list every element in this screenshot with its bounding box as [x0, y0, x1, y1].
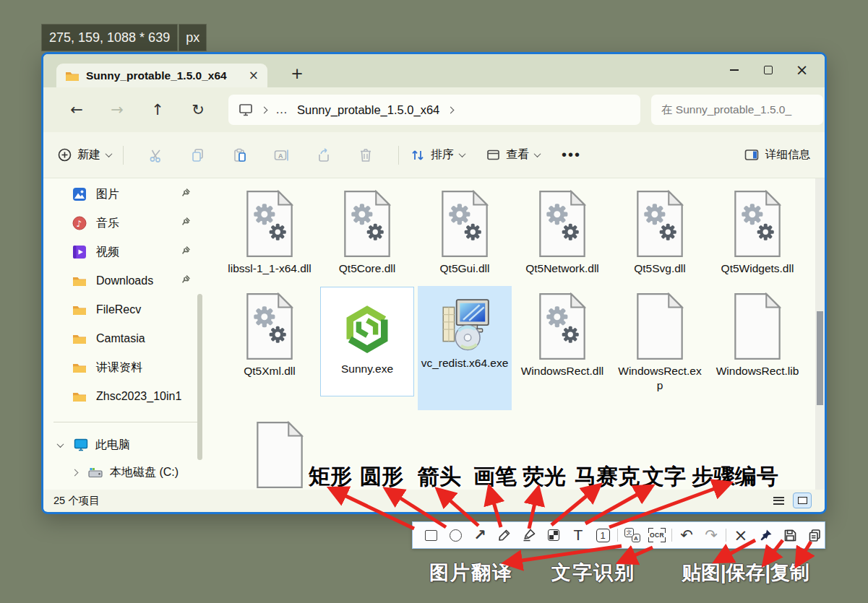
scrollbar-thumb[interactable]	[817, 311, 823, 405]
share-button[interactable]	[303, 148, 345, 162]
pin-image-button[interactable]	[753, 523, 778, 547]
rename-button[interactable]: A	[261, 149, 303, 162]
cut-button[interactable]	[135, 148, 177, 162]
delete-button[interactable]	[345, 148, 387, 162]
cancel-capture-button[interactable]: ×	[729, 523, 753, 547]
close-button[interactable]: ×	[785, 57, 819, 83]
item-count: 25 个项目	[53, 494, 100, 508]
file-tile[interactable]: Qt5Core.dll	[320, 183, 414, 276]
titlebar[interactable]: Sunny_protable_1.5.0_x64 × + ×	[43, 54, 825, 87]
address-bar[interactable]: … Sunny_protable_1.5.0_x64	[228, 95, 640, 125]
mosaic-tool-button[interactable]	[541, 523, 566, 547]
file-tile[interactable]: Qt5Xml.dll	[223, 285, 317, 378]
file-name: Qt5Gui.dll	[440, 261, 490, 276]
breadcrumb-ellipsis[interactable]: …	[275, 103, 288, 117]
redo-button[interactable]: ↷	[699, 523, 723, 547]
paste-button[interactable]	[219, 148, 261, 162]
refresh-button[interactable]: ↻	[178, 101, 218, 118]
ocr-button[interactable]: OCR	[645, 523, 669, 547]
back-button[interactable]: ←	[56, 101, 97, 118]
dll-file-icon	[441, 190, 489, 258]
file-tile[interactable]: Qt5Widgets.dll	[710, 183, 804, 276]
label-highlight: 荧光	[523, 462, 566, 492]
sidebar-scrollbar[interactable]	[197, 294, 202, 460]
file-tile[interactable]: Qt5Network.dll	[515, 183, 609, 276]
chevron-down-icon[interactable]	[56, 441, 64, 448]
maximize-icon	[764, 66, 773, 74]
videos-icon	[72, 245, 87, 259]
forward-button[interactable]: →	[97, 101, 137, 118]
sidebar-item-label: 图片	[96, 187, 119, 202]
details-view-button[interactable]	[770, 494, 787, 508]
redo-icon: ↷	[705, 526, 718, 544]
text-tool-button[interactable]: T	[566, 523, 590, 547]
undo-button[interactable]: ↶	[674, 523, 699, 547]
sidebar-item-label: Zhsc2023_10in1	[96, 390, 181, 403]
label-arrow: 箭头	[418, 462, 461, 492]
sidebar-item-music[interactable]: ♪ 音乐	[43, 209, 211, 238]
search-input[interactable]: 在 Sunny_protable_1.5.0_	[651, 95, 823, 125]
pin-icon	[181, 246, 191, 255]
step-number-tool-button[interactable]: 1	[590, 523, 615, 547]
save-image-button[interactable]	[778, 523, 802, 547]
file-grid-scrollbar[interactable]	[815, 178, 825, 490]
copy-image-button[interactable]	[802, 523, 827, 547]
view-icon	[486, 149, 500, 161]
divider	[726, 529, 726, 542]
svg-text:A: A	[278, 152, 283, 159]
file-name: Qt5Network.dll	[525, 261, 599, 276]
music-icon: ♪	[72, 216, 87, 230]
tab-close-icon[interactable]: ×	[249, 69, 259, 82]
sidebar-item-filerecv[interactable]: FileRecv	[43, 295, 211, 324]
copy-icon	[191, 148, 205, 162]
sidebar-item-label: 讲课资料	[96, 360, 142, 376]
chevron-right-icon[interactable]	[71, 469, 78, 476]
breadcrumb-path[interactable]: Sunny_protable_1.5.0_x64	[297, 103, 439, 117]
file-tile-vc-redist[interactable]: vc_redist.x64.exe	[418, 286, 512, 410]
up-button[interactable]: ↑	[137, 101, 178, 118]
new-button[interactable]: 新建	[58, 147, 111, 162]
ocr-icon: OCR	[648, 528, 666, 542]
sidebar-item-camtasia[interactable]: Camtasia	[43, 324, 211, 353]
view-button[interactable]: 查看	[486, 147, 540, 162]
label-pin-save-copy: 贴图|保存|复制	[682, 560, 809, 586]
new-tab-button[interactable]: +	[286, 63, 308, 84]
file-tile-sunny-exe[interactable]: Sunny.exe	[320, 287, 414, 396]
explorer-tab[interactable]: Sunny_protable_1.5.0_x64 ×	[56, 64, 267, 87]
label-step-number: 步骤编号	[692, 462, 778, 492]
label-rectangle: 矩形	[309, 462, 352, 492]
details-toggle-button[interactable]: 详细信息	[744, 147, 810, 162]
sort-button[interactable]: 排序	[411, 147, 465, 162]
large-icons-view-button[interactable]	[793, 493, 812, 508]
dll-file-icon	[246, 292, 293, 360]
sidebar-item-zhsc2023[interactable]: Zhsc2023_10in1	[43, 382, 211, 411]
file-tile[interactable]: WindowsRect.lib	[710, 285, 804, 378]
brush-tool-button[interactable]	[492, 523, 517, 547]
highlight-tool-button[interactable]	[517, 523, 541, 547]
file-tile[interactable]: Qt5Svg.dll	[613, 183, 707, 276]
close-icon: ×	[734, 527, 747, 544]
file-tile[interactable]: WindowsRect.exp	[613, 285, 707, 393]
more-options-button[interactable]: •••	[562, 147, 581, 163]
new-label: 新建	[77, 147, 100, 162]
minimize-button[interactable]	[717, 57, 751, 83]
image-translate-button[interactable]: 文 A	[620, 523, 645, 547]
maximize-button[interactable]	[751, 57, 785, 83]
arrow-tool-button[interactable]: ↗	[468, 523, 492, 547]
undo-icon: ↶	[680, 526, 693, 544]
file-tile[interactable]: libssl-1_1-x64.dll	[223, 183, 317, 276]
sidebar-item-this-pc[interactable]: 此电脑	[43, 431, 211, 459]
sidebar-item-local-disk-c[interactable]: 本地磁盘 (C:)	[43, 459, 211, 486]
circle-tool-button[interactable]	[443, 523, 468, 547]
trash-icon	[359, 148, 372, 162]
sidebar-item-downloads[interactable]: Downloads	[43, 266, 211, 295]
sidebar-item-pictures[interactable]: 图片	[43, 180, 211, 209]
file-tile[interactable]: WindowsRect.dll	[515, 285, 609, 378]
label-brush: 画笔	[473, 462, 517, 492]
sidebar-item-videos[interactable]: 视频	[43, 238, 211, 266]
file-tile[interactable]: Qt5Gui.dll	[418, 183, 512, 276]
this-pc-icon	[239, 103, 253, 116]
sidebar-item-lecture-notes[interactable]: 讲课资料	[43, 353, 211, 382]
copy-button[interactable]	[177, 148, 219, 162]
rectangle-tool-button[interactable]	[418, 523, 443, 547]
